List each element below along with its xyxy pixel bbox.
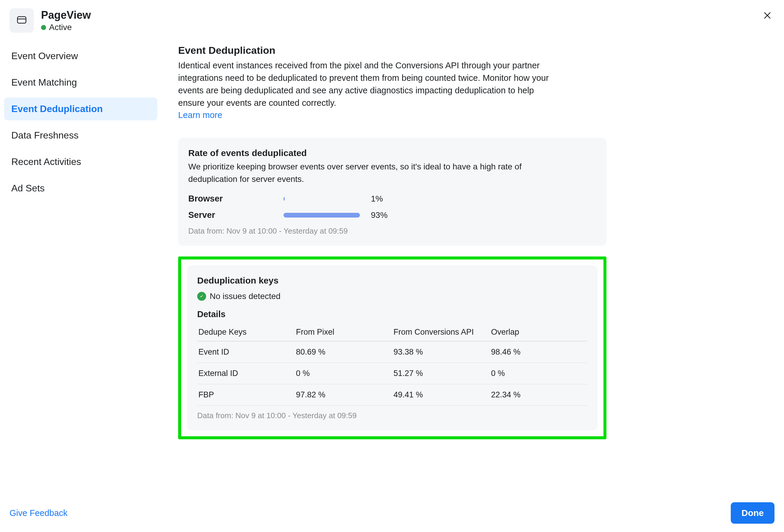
sidebar-item-label: Data Freshness (11, 130, 79, 141)
sidebar-item-label: Event Deduplication (11, 104, 103, 114)
col-from-pixel: From Pixel (295, 323, 392, 341)
cell-from-capi: 93.38 % (392, 341, 490, 363)
keys-status-row: No issues detected (197, 292, 587, 301)
keys-card: Deduplication keys No issues detected De… (187, 265, 597, 431)
cell-key: FBP (197, 384, 295, 406)
page-title: PageView (41, 9, 91, 21)
col-dedupe-keys: Dedupe Keys (197, 323, 295, 341)
rate-value: 1% (371, 194, 383, 204)
cell-key: Event ID (197, 341, 295, 363)
svg-rect-0 (18, 17, 26, 23)
status-dot-icon (41, 25, 46, 30)
rate-card-title: Rate of events deduplicated (188, 148, 596, 158)
cell-overlap: 0 % (490, 363, 587, 384)
sidebar-item-label: Ad Sets (11, 183, 45, 194)
rate-label: Server (188, 210, 283, 220)
rate-label: Browser (188, 194, 283, 204)
sidebar-item-label: Event Overview (11, 51, 78, 61)
close-icon (763, 11, 772, 20)
rate-bar-server (283, 213, 366, 217)
give-feedback-link[interactable]: Give Feedback (9, 508, 67, 518)
cell-overlap: 22.34 % (490, 384, 587, 406)
sidebar-item-data-freshness[interactable]: Data Freshness (4, 124, 157, 147)
cell-from-capi: 51.27 % (392, 363, 490, 384)
rate-bar-fill (283, 197, 285, 201)
cell-from-pixel: 97.82 % (295, 384, 392, 406)
page-icon (16, 14, 27, 27)
rate-value: 93% (371, 210, 388, 220)
header: PageView Active (9, 8, 775, 33)
sidebar-item-event-overview[interactable]: Event Overview (4, 45, 157, 67)
sidebar-item-ad-sets[interactable]: Ad Sets (4, 177, 157, 200)
table-row: External ID 0 % 51.27 % 0 % (197, 363, 587, 384)
close-button[interactable] (760, 8, 775, 24)
main-content: Event Deduplication Identical event inst… (178, 45, 607, 524)
rate-bar-browser (283, 197, 366, 201)
page-icon-box (9, 8, 34, 33)
col-overlap: Overlap (490, 323, 587, 341)
sidebar-item-event-deduplication[interactable]: Event Deduplication (4, 97, 157, 120)
rate-card-subtitle: We prioritize keeping browser events ove… (188, 160, 545, 185)
sidebar-item-label: Event Matching (11, 77, 77, 88)
dedup-table: Dedupe Keys From Pixel From Conversions … (197, 323, 587, 406)
table-row: FBP 97.82 % 49.41 % 22.34 % (197, 384, 587, 406)
keys-data-from: Data from: Nov 9 at 10:00 - Yesterday at… (197, 411, 587, 420)
learn-more-link[interactable]: Learn more (178, 110, 222, 120)
sidebar-item-label: Recent Activities (11, 156, 81, 167)
title-block: PageView Active (41, 9, 91, 32)
cell-from-pixel: 80.69 % (295, 341, 392, 363)
cell-overlap: 98.46 % (490, 341, 587, 363)
rate-row-server: Server 93% (188, 210, 596, 220)
rate-row-browser: Browser 1% (188, 194, 596, 204)
rate-bar-fill (283, 213, 360, 217)
highlighted-wrapper: Deduplication keys No issues detected De… (178, 257, 607, 439)
sidebar-item-event-matching[interactable]: Event Matching (4, 71, 157, 94)
status-row: Active (41, 23, 91, 32)
rate-card: Rate of events deduplicated We prioritiz… (178, 138, 607, 246)
section-title: Event Deduplication (178, 45, 607, 56)
table-header-row: Dedupe Keys From Pixel From Conversions … (197, 323, 587, 341)
sidebar-item-recent-activities[interactable]: Recent Activities (4, 150, 157, 173)
cell-from-capi: 49.41 % (392, 384, 490, 406)
status-text: Active (49, 23, 72, 32)
footer: Give Feedback Done (9, 502, 775, 524)
rate-data-from: Data from: Nov 9 at 10:00 - Yesterday at… (188, 227, 596, 236)
col-from-capi: From Conversions API (392, 323, 490, 341)
cell-from-pixel: 0 % (295, 363, 392, 384)
keys-card-title: Deduplication keys (197, 275, 587, 286)
table-row: Event ID 80.69 % 93.38 % 98.46 % (197, 341, 587, 363)
cell-key: External ID (197, 363, 295, 384)
keys-status-text: No issues detected (210, 292, 280, 301)
check-circle-icon (197, 292, 206, 301)
done-button[interactable]: Done (731, 502, 775, 524)
sidebar: Event Overview Event Matching Event Dedu… (4, 45, 157, 524)
header-left: PageView Active (9, 8, 91, 33)
body-area: Event Overview Event Matching Event Dedu… (9, 45, 775, 524)
section-description: Identical event instances received from … (178, 59, 559, 109)
details-label: Details (197, 309, 587, 319)
